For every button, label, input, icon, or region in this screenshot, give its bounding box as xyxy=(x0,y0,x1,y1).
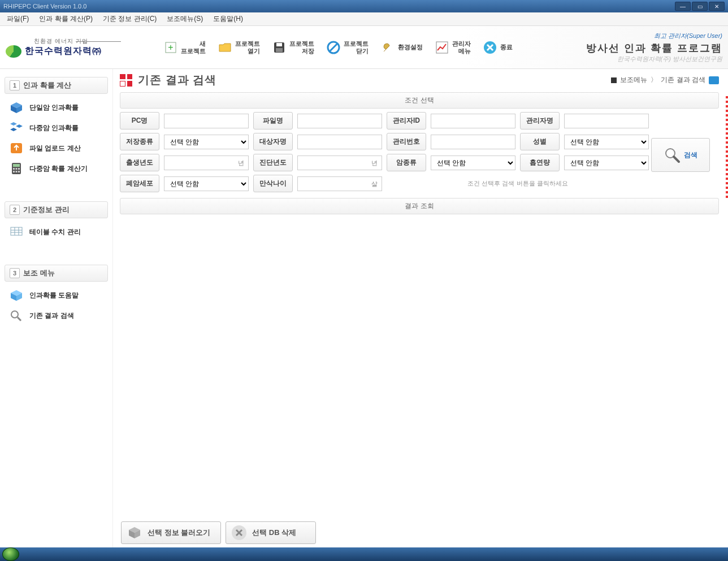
close-project-button[interactable]: 프로젝트 닫기 xyxy=(321,37,373,58)
svg-rect-4 xyxy=(276,48,283,52)
menu-base-info[interactable]: 기준 정보 관리(C) xyxy=(103,14,157,24)
sidebar-item-table-manage[interactable]: 테이블 수치 관리 xyxy=(2,222,110,242)
folder-open-icon xyxy=(217,40,233,55)
label-diag-year: 진단년도 xyxy=(253,154,293,171)
maximize-button[interactable]: ▭ xyxy=(692,2,708,11)
delete-selection-button[interactable]: 선택 DB 삭제 xyxy=(226,521,316,544)
gender-select[interactable]: 선택 안함 xyxy=(564,135,649,149)
birth-year-input[interactable] xyxy=(164,156,249,170)
wrench-icon xyxy=(380,40,396,55)
sidebar-item-multi-cancer[interactable]: 다중암 인과확률 xyxy=(2,118,110,138)
label-subject-name: 대상자명 xyxy=(253,133,293,150)
help-cube-icon xyxy=(9,289,24,301)
load-selection-label: 선택 정보 불러오기 xyxy=(148,528,210,538)
sidebar-item-label: 테이블 수치 관리 xyxy=(29,227,81,237)
svg-rect-23 xyxy=(18,171,20,172)
diag-year-input[interactable] xyxy=(297,156,382,170)
header-right: 최고 관리자(Super User) 방사선 인과 확률 프로그램 한국수력원자… xyxy=(586,32,722,63)
new-project-icon: + xyxy=(163,40,179,55)
search-icon xyxy=(9,309,24,322)
svg-marker-12 xyxy=(10,122,17,126)
cancer-type-select[interactable]: 선택 안함 xyxy=(431,156,515,170)
sidebar-item-label: 기존 결과 검색 xyxy=(29,311,74,321)
sidebar-item-label: 다중암 인과확률 xyxy=(29,123,79,133)
sidebar-item-upload-calc[interactable]: 파일 업로드 계산 xyxy=(2,138,110,158)
toolbar: + 새 프로젝트 프로젝트 열기 프로젝트 저장 프로젝트 닫기 환경설정 관리… xyxy=(158,37,517,58)
sidebar-section-1-head: 1 인과 확률 계산 xyxy=(5,77,108,94)
admin-menu-button[interactable]: 관리자 메뉴 xyxy=(430,37,475,58)
condition-panel-head: 조건 선택 xyxy=(120,92,719,109)
manage-no-input[interactable] xyxy=(431,135,515,149)
sidebar-item-label: 파일 업로드 계산 xyxy=(29,144,81,153)
sidebar-item-search-results[interactable]: 기존 결과 검색 xyxy=(2,305,110,326)
breadcrumb-marker-icon xyxy=(611,77,617,83)
filter-grid: PC명 파일명 관리자ID 관리자명 저장종류 선택 안함 대상자명 관리번호 … xyxy=(120,112,656,192)
exit-button[interactable]: 종료 xyxy=(478,37,517,58)
storage-type-select[interactable]: 선택 안함 xyxy=(164,135,249,149)
svg-rect-17 xyxy=(13,164,20,167)
admin-id-input[interactable] xyxy=(431,114,515,128)
magnifier-icon xyxy=(664,146,681,163)
pc-name-input[interactable] xyxy=(164,114,249,128)
subject-name-input[interactable] xyxy=(297,135,382,149)
upload-icon xyxy=(9,142,24,154)
smoking-select[interactable]: 선택 안함 xyxy=(564,156,649,170)
svg-text:+: + xyxy=(168,42,173,52)
svg-line-33 xyxy=(18,317,21,321)
header: 친환경 에너지 기업 한국수력원자력㈜ + 새 프로젝트 프로젝트 열기 프로젝… xyxy=(0,26,728,69)
bottom-button-bar: 선택 정보 불러오기 선택 DB 삭제 xyxy=(118,518,319,547)
menu-aux[interactable]: 보조메뉴(S) xyxy=(167,14,203,24)
sidebar-section-2-head: 2 기준정보 관리 xyxy=(5,201,108,218)
menu-calc[interactable]: 인과 확률 계산(P) xyxy=(39,14,93,24)
svg-line-6 xyxy=(330,44,337,51)
box-icon xyxy=(127,525,142,540)
sidebar-item-single-cancer[interactable]: 단일암 인과확률 xyxy=(2,97,110,118)
app-title: 방사선 인과 확률 프로그램 xyxy=(586,41,722,55)
menu-help[interactable]: 도움말(H) xyxy=(213,14,243,24)
sidebar-item-label: 다중암 확률 계산기 xyxy=(29,164,88,174)
super-user-label: 최고 관리자(Super User) xyxy=(586,32,722,40)
logo-icon xyxy=(6,45,21,58)
sidebar-item-label: 인과확률 도움말 xyxy=(29,291,79,300)
settings-button[interactable]: 환경설정 xyxy=(375,37,427,58)
new-project-button[interactable]: + 새 프로젝트 xyxy=(158,37,210,58)
svg-point-32 xyxy=(11,311,18,318)
right-edge-strip xyxy=(726,96,728,198)
load-selection-button[interactable]: 선택 정보 불러오기 xyxy=(121,521,221,544)
chart-icon xyxy=(434,40,450,55)
full-age-input[interactable] xyxy=(297,176,382,191)
file-name-input[interactable] xyxy=(297,114,382,128)
calculator-icon xyxy=(9,162,24,175)
label-admin-id: 관리자ID xyxy=(387,112,426,130)
svg-rect-3 xyxy=(276,43,282,46)
breadcrumb-end-icon xyxy=(709,76,719,84)
sidebar-item-help[interactable]: 인과확률 도움말 xyxy=(2,285,110,305)
close-button[interactable]: ✕ xyxy=(709,2,725,11)
logo-tagline: 친환경 에너지 기업 xyxy=(34,37,147,45)
lung-cell-select[interactable]: 선택 안함 xyxy=(164,176,249,191)
label-file-name: 파일명 xyxy=(253,112,293,130)
page-title: 기존 결과 검색 xyxy=(138,72,216,88)
svg-rect-22 xyxy=(16,171,18,172)
breadcrumb: 보조메뉴 〉 기존 결과 검색 xyxy=(611,75,719,85)
label-admin-name: 관리자명 xyxy=(520,112,560,130)
label-manage-no: 관리번호 xyxy=(387,133,426,150)
sidebar-item-calculator[interactable]: 다중암 확률 계산기 xyxy=(2,158,110,179)
delete-selection-label: 선택 DB 삭제 xyxy=(252,528,296,538)
admin-name-input[interactable] xyxy=(564,114,649,128)
svg-rect-20 xyxy=(18,168,20,170)
cube-icon xyxy=(9,101,24,114)
prohibit-icon xyxy=(326,40,341,55)
sidebar-item-label: 단일암 인과확률 xyxy=(29,103,79,113)
svg-line-35 xyxy=(674,157,679,162)
search-button[interactable]: 검색 xyxy=(651,138,710,172)
open-project-button[interactable]: 프로젝트 열기 xyxy=(213,37,265,58)
results-panel-head: 결과 조회 xyxy=(120,198,719,214)
menu-file[interactable]: 파일(F) xyxy=(7,14,29,24)
logo-company: 한국수력원자력㈜ xyxy=(25,45,102,57)
sidebar: 1 인과 확률 계산 단일암 인과확률 다중암 인과확률 파일 업로드 계산 다… xyxy=(0,69,113,547)
minimize-button[interactable]: — xyxy=(675,2,691,11)
save-project-button[interactable]: 프로젝트 저장 xyxy=(267,37,319,58)
svg-rect-18 xyxy=(13,168,15,170)
svg-marker-13 xyxy=(16,124,23,128)
